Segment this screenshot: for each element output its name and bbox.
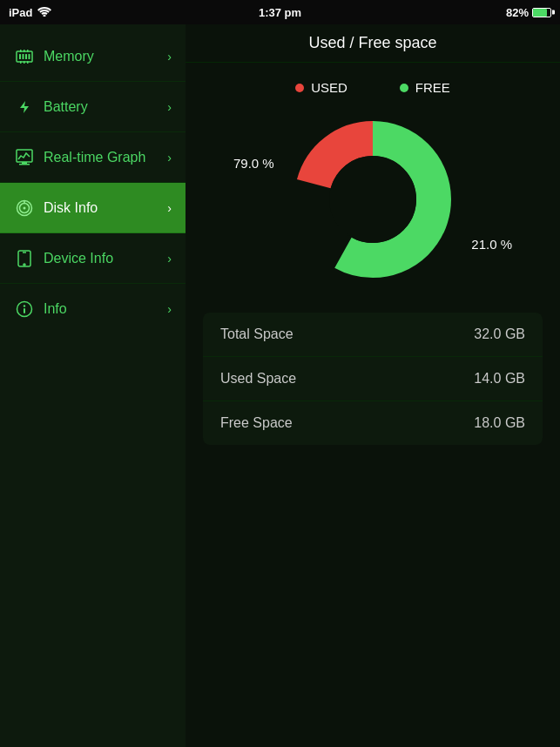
content-area: Used / Free space USED FREE 79.0 % bbox=[186, 24, 560, 747]
stats-table: Total Space 32.0 GB Used Space 14.0 GB F… bbox=[203, 313, 543, 445]
used-space-value: 14.0 GB bbox=[474, 371, 525, 387]
svg-rect-4 bbox=[25, 54, 27, 59]
svg-rect-10 bbox=[24, 61, 25, 64]
battery-sidebar-icon bbox=[14, 97, 35, 118]
legend-used: USED bbox=[295, 80, 347, 95]
content-header: Used / Free space bbox=[186, 24, 560, 63]
donut-svg bbox=[286, 112, 460, 286]
sidebar-item-device[interactable]: Device Info › bbox=[0, 233, 186, 284]
svg-rect-25 bbox=[24, 308, 25, 313]
svg-rect-5 bbox=[29, 54, 30, 59]
battery-chevron: › bbox=[167, 100, 172, 114]
sidebar-item-disk[interactable]: Disk Info › bbox=[0, 183, 186, 233]
info-icon bbox=[14, 299, 35, 320]
svg-marker-12 bbox=[20, 101, 29, 113]
status-time: 1:37 pm bbox=[259, 6, 301, 19]
svg-point-28 bbox=[329, 156, 416, 243]
total-space-label: Total Space bbox=[220, 326, 293, 342]
device-name: iPad bbox=[9, 6, 32, 19]
info-chevron: › bbox=[167, 302, 172, 316]
used-legend-label: USED bbox=[311, 80, 347, 95]
memory-label: Memory bbox=[44, 49, 167, 64]
wifi-icon bbox=[37, 6, 51, 19]
svg-point-24 bbox=[24, 305, 25, 306]
status-left: iPad bbox=[9, 6, 51, 19]
battery-icon bbox=[532, 8, 551, 17]
realtime-chevron: › bbox=[167, 151, 172, 165]
free-legend-label: FREE bbox=[415, 80, 450, 95]
free-dot bbox=[400, 84, 408, 92]
info-label: Info bbox=[44, 301, 167, 317]
used-dot bbox=[295, 84, 304, 92]
battery-percent: 82% bbox=[506, 6, 529, 19]
svg-rect-9 bbox=[20, 61, 22, 64]
total-space-value: 32.0 GB bbox=[474, 326, 525, 342]
free-space-value: 18.0 GB bbox=[474, 415, 525, 431]
stats-row-used: Used Space 14.0 GB bbox=[203, 357, 543, 401]
svg-point-22 bbox=[24, 264, 25, 266]
used-percent-label: 21.0 % bbox=[471, 237, 512, 252]
used-space-label: Used Space bbox=[220, 371, 296, 387]
stats-row-total: Total Space 32.0 GB bbox=[203, 313, 543, 357]
realtime-icon bbox=[14, 147, 35, 168]
device-label: Device Info bbox=[44, 251, 167, 266]
main-layout: Memory › Battery › Real-time Graph bbox=[0, 24, 560, 747]
sidebar-item-memory[interactable]: Memory › bbox=[0, 31, 186, 82]
sidebar-item-info[interactable]: Info › bbox=[0, 284, 186, 334]
stats-row-free: Free Space 18.0 GB bbox=[203, 401, 543, 445]
memory-icon bbox=[14, 46, 35, 67]
battery-label: Battery bbox=[44, 99, 167, 115]
device-icon bbox=[14, 248, 35, 269]
donut-chart-wrapper: 79.0 % 21.0 % bbox=[286, 112, 460, 286]
svg-rect-2 bbox=[19, 54, 21, 59]
svg-rect-8 bbox=[27, 50, 29, 52]
sidebar-item-battery[interactable]: Battery › bbox=[0, 82, 186, 132]
free-percent-label: 79.0 % bbox=[233, 156, 274, 171]
sidebar-item-realtime[interactable]: Real-time Graph › bbox=[0, 132, 186, 183]
realtime-label: Real-time Graph bbox=[44, 150, 167, 165]
svg-point-19 bbox=[24, 206, 26, 209]
disk-chevron: › bbox=[167, 201, 172, 215]
legend-free: FREE bbox=[400, 80, 450, 95]
legend: USED FREE bbox=[295, 80, 450, 95]
svg-rect-3 bbox=[23, 54, 24, 59]
memory-chevron: › bbox=[167, 50, 172, 64]
svg-rect-15 bbox=[19, 164, 30, 165]
chart-area: USED FREE 79.0 % 21.0 % bbox=[186, 63, 560, 295]
disk-icon bbox=[14, 198, 35, 219]
svg-rect-11 bbox=[27, 61, 29, 64]
device-chevron: › bbox=[167, 252, 172, 266]
status-right: 82% bbox=[506, 6, 551, 19]
svg-rect-7 bbox=[24, 50, 25, 52]
content-title: Used / Free space bbox=[308, 34, 436, 52]
svg-point-0 bbox=[44, 14, 46, 17]
svg-rect-6 bbox=[20, 50, 22, 52]
svg-rect-14 bbox=[22, 162, 27, 164]
free-space-label: Free Space bbox=[220, 415, 293, 431]
status-bar: iPad 1:37 pm 82% bbox=[0, 0, 560, 24]
sidebar: Memory › Battery › Real-time Graph bbox=[0, 24, 186, 747]
disk-label: Disk Info bbox=[44, 200, 167, 216]
